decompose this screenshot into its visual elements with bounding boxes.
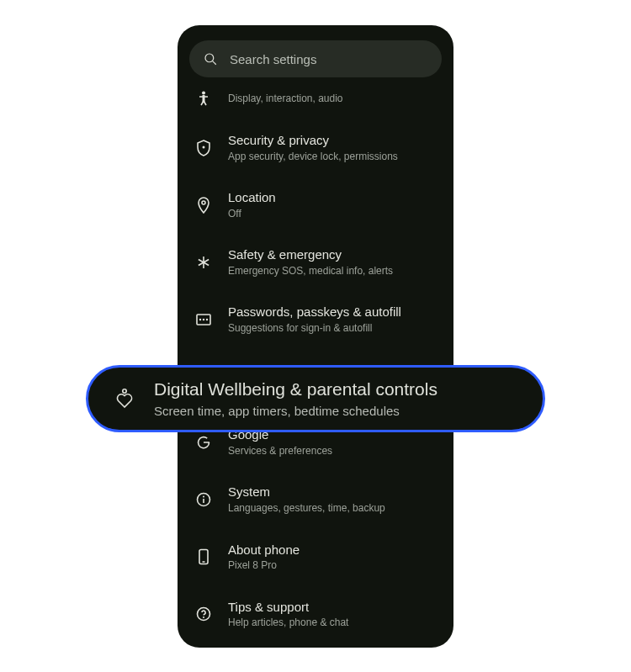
settings-item-location[interactable]: LocationOff — [178, 176, 453, 233]
item-sub: Off — [228, 208, 437, 221]
highlight-title: Digital Wellbeing & parental controls — [154, 378, 517, 400]
svg-point-15 — [206, 319, 208, 320]
svg-point-23 — [203, 616, 204, 618]
settings-item-system[interactable]: SystemLanguages, gestures, time, backup — [178, 470, 453, 527]
phone-icon — [198, 548, 209, 565]
accessibility-icon — [197, 91, 210, 106]
settings-list: Display, interaction, audio Security & p… — [178, 81, 453, 643]
svg-point-18 — [203, 496, 204, 498]
asterisk-icon — [196, 255, 211, 270]
svg-point-8 — [202, 201, 205, 204]
help-icon — [196, 606, 211, 622]
item-title: System — [228, 484, 437, 500]
svg-point-0 — [205, 54, 214, 62]
item-sub: App security, device lock, permissions — [228, 151, 437, 164]
settings-item-tips[interactable]: Tips & supportHelp articles, phone & cha… — [178, 585, 453, 643]
settings-item-about[interactable]: About phonePixel 8 Pro — [178, 528, 453, 585]
svg-point-7 — [203, 146, 205, 148]
phone-frame: Search settings Display, interaction, au… — [178, 25, 453, 648]
item-title: Security & privacy — [228, 132, 437, 149]
item-title: Tips & support — [228, 599, 437, 616]
item-sub: Languages, gestures, time, backup — [228, 502, 437, 516]
search-placeholder: Search settings — [230, 52, 316, 66]
wellbeing-icon — [114, 388, 135, 410]
item-sub: Emergency SOS, medical info, alerts — [228, 265, 437, 278]
settings-item-security[interactable]: Security & privacyApp security, device l… — [178, 119, 453, 176]
search-settings-bar[interactable]: Search settings — [189, 40, 442, 77]
google-icon — [196, 435, 211, 450]
svg-point-24 — [123, 389, 126, 393]
search-icon — [203, 51, 218, 66]
settings-item-passwords[interactable]: Passwords, passkeys & autofillSuggestion… — [178, 290, 453, 347]
item-title: Safety & emergency — [228, 246, 437, 263]
key-icon — [195, 312, 212, 327]
svg-line-1 — [213, 61, 216, 65]
settings-item-wellbeing-highlighted[interactable]: Digital Wellbeing & parental controls Sc… — [86, 365, 545, 432]
item-sub: Help articles, phone & chat — [228, 616, 437, 630]
item-title: Passwords, passkeys & autofill — [228, 304, 437, 320]
item-sub: Suggestions for sign-in & autofill — [228, 322, 437, 336]
settings-item-safety[interactable]: Safety & emergencyEmergency SOS, medical… — [178, 233, 453, 290]
item-sub: Display, interaction, audio — [228, 93, 437, 106]
settings-item-accessibility[interactable]: Display, interaction, audio — [178, 86, 453, 119]
item-sub: Services & preferences — [228, 445, 437, 458]
pin-icon — [197, 197, 210, 214]
svg-point-2 — [202, 92, 205, 95]
item-title: About phone — [228, 542, 437, 558]
svg-point-14 — [203, 319, 204, 320]
item-sub: Pixel 8 Pro — [228, 559, 437, 573]
item-title: Location — [228, 189, 437, 206]
info-icon — [196, 492, 211, 507]
svg-point-13 — [199, 319, 201, 320]
shield-icon — [196, 140, 211, 156]
highlight-sub: Screen time, app timers, bedtime schedul… — [154, 403, 517, 420]
